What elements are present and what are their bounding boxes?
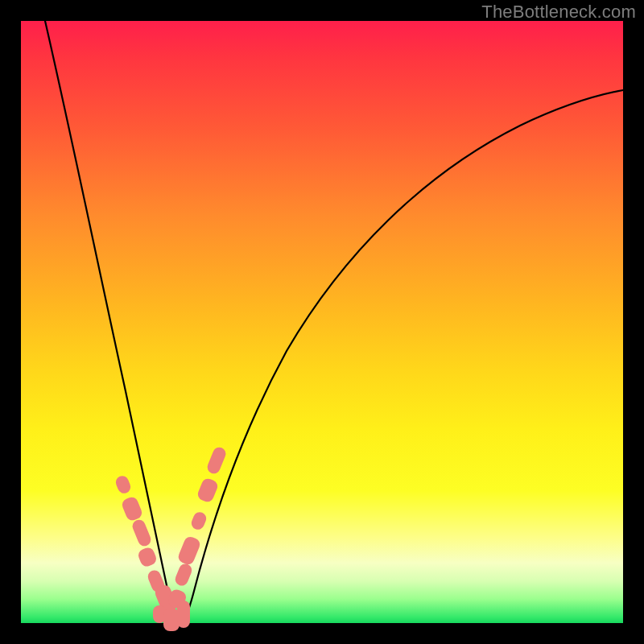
frame-right (623, 0, 644, 644)
curve-left-branch (45, 21, 180, 623)
plot-area (21, 21, 623, 623)
frame-left (0, 0, 21, 644)
watermark-text: TheBottleneck.com (481, 2, 636, 23)
bottom-cluster-dot (177, 601, 190, 628)
bottleneck-curve (21, 21, 623, 623)
frame-bottom (0, 623, 644, 644)
curve-right-branch (180, 90, 623, 623)
